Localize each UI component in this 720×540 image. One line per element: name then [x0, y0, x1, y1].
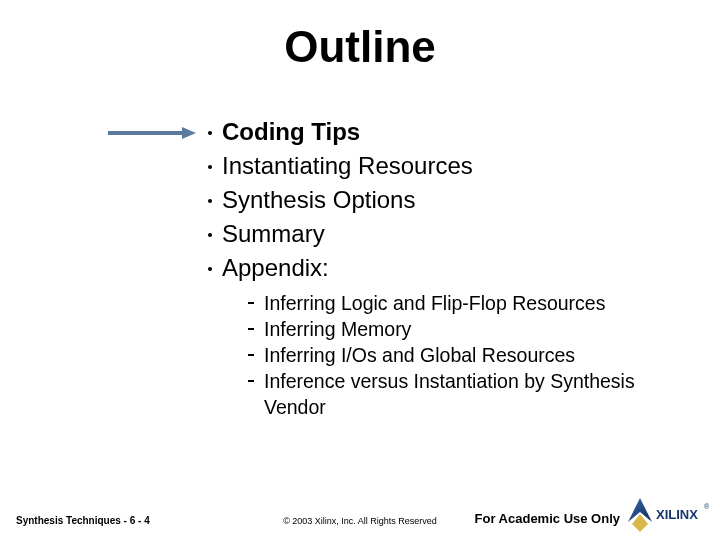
list-item-label: Synthesis Options [222, 186, 415, 213]
list-item: Inferring I/Os and Global Resources [264, 342, 674, 368]
svg-text:®: ® [704, 503, 710, 510]
dash-icon [248, 380, 254, 382]
list-item: Synthesis Options [222, 183, 473, 217]
outline-list: Coding Tips Instantiating Resources Synt… [222, 115, 473, 285]
slide-title: Outline [0, 22, 720, 72]
dash-icon [248, 302, 254, 304]
list-item-label: Inferring I/Os and Global Resources [264, 344, 575, 366]
logo-text: XILINX [656, 507, 698, 522]
list-item: Instantiating Resources [222, 149, 473, 183]
bullet-dot-icon [208, 267, 212, 271]
dash-icon [248, 354, 254, 356]
list-item: Inferring Logic and Flip-Flop Resources [264, 290, 674, 316]
svg-marker-1 [182, 127, 196, 139]
list-item-label: Coding Tips [222, 118, 360, 145]
list-item-label: Summary [222, 220, 325, 247]
bullet-dot-icon [208, 165, 212, 169]
pointer-arrow-icon [108, 126, 196, 140]
list-item: Coding Tips [222, 115, 473, 149]
dash-icon [248, 328, 254, 330]
bullet-dot-icon [208, 233, 212, 237]
list-item-label: Inferring Memory [264, 318, 411, 340]
list-item: Summary [222, 217, 473, 251]
svg-marker-3 [632, 514, 648, 532]
list-item: Inference versus Instantiation by Synthe… [264, 368, 674, 420]
list-item-label: Appendix: [222, 254, 329, 281]
list-item-label: Inferring Logic and Flip-Flop Resources [264, 292, 605, 314]
bullet-dot-icon [208, 199, 212, 203]
list-item: Appendix: [222, 251, 473, 285]
bullet-dot-icon [208, 131, 212, 135]
slide: Outline Coding Tips Instantiating Resour… [0, 0, 720, 540]
footer-right: For Academic Use Only [475, 511, 620, 526]
list-item-label: Inference versus Instantiation by Synthe… [264, 370, 635, 418]
outline-sublist: Inferring Logic and Flip-Flop Resources … [264, 290, 674, 420]
list-item-label: Instantiating Resources [222, 152, 473, 179]
list-item: Inferring Memory [264, 316, 674, 342]
xilinx-logo-icon: XILINX ® [622, 492, 712, 536]
